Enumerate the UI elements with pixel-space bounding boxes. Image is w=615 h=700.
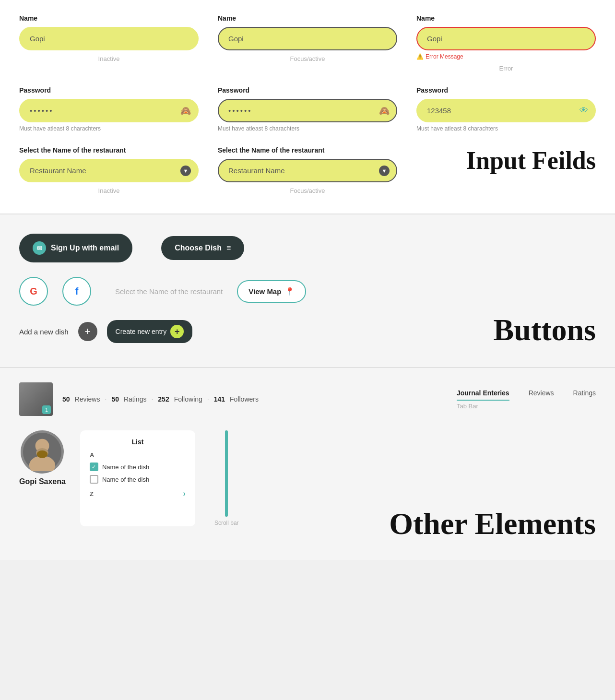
google-icon: G <box>30 286 37 297</box>
buttons-row-2: G f Select the Name of the restaurant Vi… <box>19 277 596 306</box>
warning-icon: ⚠️ <box>416 53 424 60</box>
name-input-error: Name ⚠️ Error Message Error <box>416 14 596 72</box>
name-input-inactive: Name Inactive <box>19 14 199 62</box>
google-signin-button[interactable]: G <box>19 277 48 306</box>
password-input-visible: Password 👁 Must have atleast 8 charachte… <box>416 86 596 132</box>
profile-avatar <box>21 430 64 474</box>
select-input-active: Select the Name of the restaurant Restau… <box>218 146 397 194</box>
password-input-inactive: Password 🙈 Must have atleast 8 charachte… <box>19 86 199 132</box>
eye-icon[interactable]: 👁 <box>580 106 588 116</box>
reviews-label: Reviews <box>75 395 100 403</box>
scroll-bar-track <box>225 430 228 517</box>
name-field-active[interactable] <box>218 27 397 50</box>
name-input-active: Name Focus/active <box>218 14 397 62</box>
ratings-label: Ratings <box>124 395 146 403</box>
other-elements-title: Other Elements <box>389 507 596 541</box>
checkbox-unchecked[interactable] <box>90 475 98 484</box>
password-field-inactive[interactable] <box>19 99 199 122</box>
signup-button[interactable]: ✉ Sign Up with email <box>19 234 132 262</box>
followers-count: 141 <box>214 395 225 403</box>
choose-dish-button[interactable]: Choose Dish ≡ <box>161 236 244 260</box>
list-item-unchecked: Name of the dish <box>90 475 186 484</box>
following-count: 252 <box>158 395 169 403</box>
facebook-icon: f <box>75 286 79 297</box>
other-title-text: Other Elements <box>389 507 596 541</box>
state-label-error: Error <box>416 65 596 72</box>
add-dish-button[interactable]: + <box>78 322 97 341</box>
add-dish-text: Add a new dish <box>19 328 69 336</box>
list-icon: ≡ <box>226 244 231 252</box>
view-map-button[interactable]: View Map 📍 <box>237 280 306 303</box>
followers-label: Followers <box>230 395 259 403</box>
password-hint-1: Must have atleast 8 charachters <box>19 125 199 132</box>
select-state-active: Focus/active <box>218 187 397 194</box>
name-label-1: Name <box>19 14 199 22</box>
name-label-2: Name <box>218 14 397 22</box>
password-label-1: Password <box>19 86 199 94</box>
choose-dish-label: Choose Dish <box>175 244 222 252</box>
plus-green-icon: + <box>170 325 184 338</box>
list-letter-z: Z <box>90 490 94 498</box>
eye-slash-icon-1[interactable]: 🙈 <box>180 106 191 116</box>
name-label-3: Name <box>416 14 596 22</box>
tab-reviews[interactable]: Reviews <box>529 389 554 401</box>
select-label-1: Select the Name of the restaurant <box>19 146 199 154</box>
password-label-2: Password <box>218 86 397 94</box>
select-field-active[interactable]: Restaurant Name <box>218 159 397 182</box>
following-label: Following <box>174 395 202 403</box>
list-letter-z-row: Z › <box>90 487 186 500</box>
checkbox-checked[interactable]: ✓ <box>90 463 98 471</box>
password-field-visible[interactable] <box>416 99 596 122</box>
select-label-2: Select the Name of the restaurant <box>218 146 397 154</box>
mail-icon: ✉ <box>33 241 46 255</box>
tab-bar-label: Tab Bar <box>457 403 478 410</box>
password-label-3: Password <box>416 86 596 94</box>
buttons-section-title: Buttons <box>494 312 596 348</box>
list-letter-a: A <box>90 451 186 459</box>
create-entry-label: Create new entry <box>116 328 167 335</box>
select-input-inactive: Select the Name of the restaurant Restau… <box>19 146 199 194</box>
state-label-active: Focus/active <box>218 55 397 62</box>
list-item-2-text: Name of the dish <box>102 476 149 483</box>
select-field-inactive[interactable]: Restaurant Name <box>19 159 199 182</box>
profile-column: Gopi Saxena <box>19 430 66 526</box>
chevron-right-icon[interactable]: › <box>183 489 186 498</box>
list-item-checked: ✓ Name of the dish <box>90 463 186 471</box>
tab-ratings[interactable]: Ratings <box>573 389 596 401</box>
scroll-bar-label: Scroll bar <box>214 520 239 526</box>
other-elements-section: 1 50 Reviews · 50 Ratings · 252 Followin… <box>0 368 615 560</box>
tab-journal-entries[interactable]: Journal Enteries <box>457 389 509 401</box>
view-map-label: View Map <box>248 287 281 296</box>
name-field-error[interactable] <box>416 27 596 50</box>
input-fields-title: Input Feilds <box>466 146 596 175</box>
svg-point-7 <box>37 451 47 458</box>
profile-avatar-svg <box>23 433 61 471</box>
name-field-inactive[interactable] <box>19 27 199 50</box>
reviews-count: 50 <box>62 395 70 403</box>
password-field-active[interactable] <box>218 99 397 122</box>
plus-icon-1: + <box>84 325 91 338</box>
tab-bar: Journal Enteries Reviews Ratings <box>457 389 596 401</box>
error-message: ⚠️ Error Message <box>416 53 596 60</box>
create-entry-button[interactable]: Create new entry + <box>107 320 193 343</box>
scroll-bar-container: Scroll bar <box>214 430 239 526</box>
buttons-section: ✉ Sign Up with email Choose Dish ≡ G f S… <box>0 214 615 368</box>
eye-slash-icon-2[interactable]: 🙈 <box>379 106 390 116</box>
profile-name: Gopi Saxena <box>19 477 66 486</box>
list-title: List <box>90 438 186 446</box>
input-fields-title-container: Input Feilds <box>416 146 596 175</box>
scroll-bar-thumb[interactable] <box>225 430 228 517</box>
avatar-thumbnail: 1 <box>19 382 53 416</box>
signup-label: Sign Up with email <box>51 244 119 252</box>
input-fields-section: Name Inactive Name Focus/active Name ⚠️ … <box>0 0 615 214</box>
facebook-signin-button[interactable]: f <box>62 277 91 306</box>
profile-stats-row: 1 50 Reviews · 50 Ratings · 252 Followin… <box>19 382 596 416</box>
password-hint-3: Must have atleast 8 charachters <box>416 125 596 132</box>
avatar-badge: 1 <box>42 405 51 414</box>
list-section: List A ✓ Name of the dish Name of the di… <box>80 430 195 526</box>
state-label-inactive: Inactive <box>19 55 199 62</box>
map-pin-icon: 📍 <box>285 287 295 296</box>
select-restaurant-text: Select the Name of the restaurant <box>115 287 223 296</box>
select-state-inactive: Inactive <box>19 187 199 194</box>
buttons-row-1: ✉ Sign Up with email Choose Dish ≡ <box>19 234 596 262</box>
